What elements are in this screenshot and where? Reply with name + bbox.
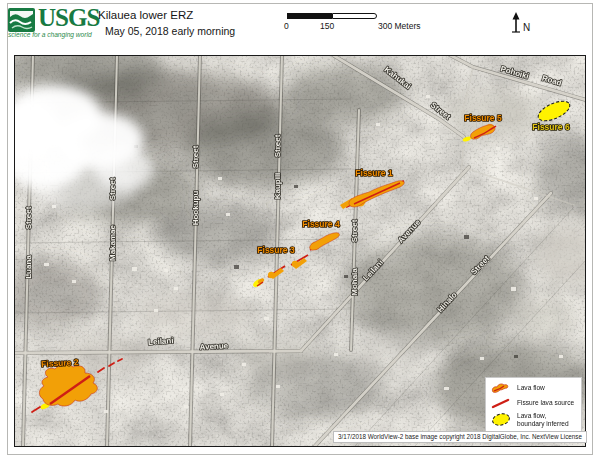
street-label-mohala: Mohala [350, 268, 359, 296]
scale-bar [287, 13, 377, 19]
fissure-source-icon [489, 397, 513, 409]
legend-row-lava-flow: Lava flow [489, 381, 578, 395]
fissure-4-label: Fissure 4 [302, 219, 340, 229]
page-title: Kilauea lower ERZ [98, 9, 193, 21]
inferred-boundary-icon [489, 411, 513, 428]
usgs-wordmark: USGS [38, 4, 99, 32]
base-image-credit: 3/17/2018 WorldView-2 base image copyrig… [333, 431, 587, 443]
legend-row-fissure-source: Fissure lava source [489, 397, 578, 409]
fissure-3-label: Fissure 3 [257, 245, 295, 255]
scale-tick-0: 0 [284, 21, 289, 31]
street-label-kaupili: Kaupili [273, 173, 282, 200]
legend: Lava flow Fissure lava source Lava flow,… [485, 377, 582, 432]
street-label-makamae: Makamae [108, 224, 117, 261]
street-label-makamae-street: Street [108, 177, 117, 200]
fissure-2-label: Fissure 2 [41, 357, 79, 369]
legend-label-inferred: Lava flow, boundary inferred [517, 412, 569, 427]
street-label-mohala-street: Street [350, 219, 359, 242]
legend-label-inferred-line1: Lava flow, [517, 412, 546, 419]
scale-tick-150: 150 [320, 21, 334, 31]
map-sheet: USGS science for a changing world Kilaue… [0, 0, 600, 463]
fissure-5-label: Fissure 5 [464, 113, 502, 123]
street-label-luana: Luana [24, 255, 33, 279]
street-label-luana-street: Street [24, 206, 33, 229]
north-label: N [523, 22, 530, 33]
fissure-1-label: Fissure 1 [355, 168, 393, 178]
street-label-leilani-west: Leilani [148, 336, 174, 347]
page-subtitle: May 05, 2018 early morning [105, 25, 235, 37]
usgs-logo-icon [8, 8, 35, 32]
usgs-wave-icon [8, 8, 35, 32]
lava-flow-icon [489, 381, 513, 395]
scale-bar-filled [287, 13, 332, 19]
legend-label-lava-flow: Lava flow [517, 384, 545, 392]
north-arrow-icon: N [506, 10, 538, 36]
fissure-6-label: Fissure 6 [532, 122, 570, 132]
street-label-kaupili-street: Street [273, 134, 282, 157]
legend-label-inferred-line2: boundary inferred [517, 420, 569, 427]
street-label-hookupu: Hookupu [191, 191, 200, 226]
legend-label-fissure-source: Fissure lava source [517, 399, 574, 407]
usgs-tagline: science for a changing world [8, 31, 92, 38]
street-label-avenue-west: Avenue [199, 341, 229, 352]
legend-row-inferred: Lava flow, boundary inferred [489, 411, 578, 428]
scale-bar-open [332, 13, 377, 19]
scale-tick-300: 300 Meters [378, 21, 421, 31]
street-label-hookupu-street: Street [191, 145, 200, 168]
